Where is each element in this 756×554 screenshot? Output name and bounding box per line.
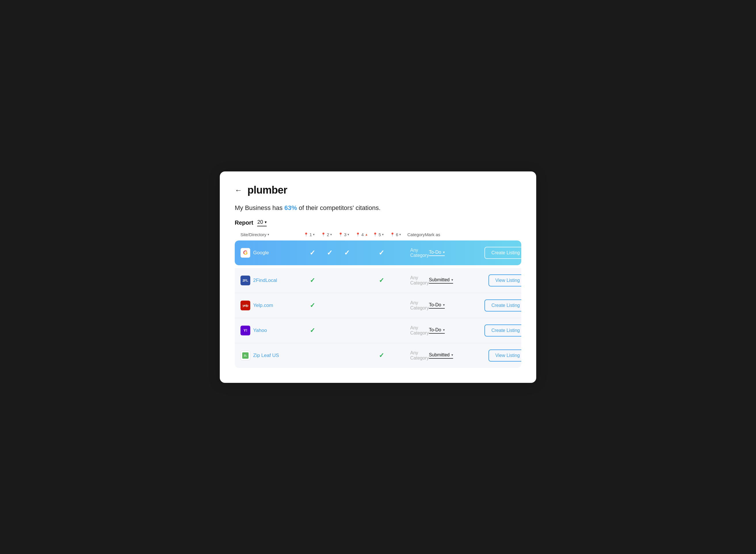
pin2-icon: 📍 bbox=[321, 232, 326, 237]
status-cell-zipleaf[interactable]: Submitted ▾ bbox=[429, 352, 475, 359]
col-pin2[interactable]: 📍2 ▾ bbox=[321, 232, 338, 237]
yahoo-logo-text: Y! bbox=[244, 328, 248, 333]
pin2-chevron-icon: ▾ bbox=[330, 233, 332, 236]
pin1-chevron-icon: ▾ bbox=[313, 233, 315, 236]
category-yelp: Any Category bbox=[407, 300, 429, 311]
pin1-label: 1 bbox=[310, 232, 312, 237]
report-label: Report bbox=[235, 219, 253, 226]
2findlocal-logo: 2FL bbox=[240, 276, 250, 285]
checkmark-icon: ✓ bbox=[310, 277, 315, 284]
site-name-yahoo[interactable]: Yahoo bbox=[253, 328, 267, 333]
site-name-yelp[interactable]: Yelp.com bbox=[253, 302, 273, 308]
check-yahoo-1: ✓ bbox=[304, 327, 321, 334]
view-listing-button-2findlocal[interactable]: View Listing bbox=[488, 274, 521, 286]
site-cell-yahoo: Y! Yahoo bbox=[240, 326, 304, 335]
status-value-yahoo: To-Do bbox=[429, 327, 441, 333]
status-cell-yahoo[interactable]: To-Do ▾ bbox=[429, 327, 475, 334]
status-cell-yelp[interactable]: To-Do ▾ bbox=[429, 302, 475, 309]
report-select[interactable]: 20 ▾ bbox=[257, 219, 267, 226]
table-body: G Google ✓ ✓ ✓ ✓ Any Category To-Do ▾ Cr… bbox=[235, 240, 521, 368]
zipleaf-logo: ZL bbox=[240, 351, 250, 361]
status-chevron-icon-yelp: ▾ bbox=[443, 303, 445, 307]
site-cell-zipleaf: ZL Zip Leaf US bbox=[240, 351, 304, 361]
pin2-label: 2 bbox=[327, 232, 329, 237]
category-yahoo: Any Category bbox=[407, 325, 429, 336]
col-site-directory[interactable]: Site/Directory ▾ bbox=[240, 232, 304, 237]
status-cell-2findlocal[interactable]: Submitted ▾ bbox=[429, 277, 475, 284]
col-category: Category bbox=[407, 232, 425, 237]
site-cell-2findlocal: 2FL 2FindLocal bbox=[240, 276, 304, 285]
report-chevron-icon: ▾ bbox=[265, 220, 267, 224]
status-select-google[interactable]: To-Do ▾ bbox=[429, 250, 445, 256]
column-headers: Site/Directory ▾ 📍1 ▾ 📍2 ▾ 📍3 ▾ 📍4 ▲ 📍5 … bbox=[235, 232, 521, 240]
status-chevron-icon-yahoo: ▾ bbox=[443, 328, 445, 332]
action-cell-yahoo: Create Listing bbox=[475, 325, 521, 337]
status-select-yelp[interactable]: To-Do ▾ bbox=[429, 302, 445, 309]
category-zipleaf: Any Category bbox=[407, 350, 429, 361]
category-2findlocal: Any Category bbox=[407, 275, 429, 286]
pin5-chevron-icon: ▾ bbox=[382, 233, 384, 236]
checkmark-icon: ✓ bbox=[344, 249, 350, 257]
site-cell-yelp: yelp Yelp.com bbox=[240, 300, 304, 310]
action-cell-yelp: Create Listing bbox=[475, 299, 521, 312]
check-google-5: ✓ bbox=[373, 249, 390, 257]
site-name-google[interactable]: Google bbox=[253, 250, 269, 256]
col-site-chevron-icon: ▾ bbox=[268, 233, 269, 236]
status-select-zipleaf[interactable]: Submitted ▾ bbox=[429, 352, 453, 359]
pin1-icon: 📍 bbox=[304, 232, 308, 237]
pin5-label: 5 bbox=[379, 232, 381, 237]
pin6-chevron-icon: ▾ bbox=[399, 233, 401, 236]
site-cell-google: G Google bbox=[240, 248, 304, 258]
check-google-1: ✓ bbox=[304, 249, 321, 257]
status-value-yelp: To-Do bbox=[429, 302, 441, 308]
col-pin6[interactable]: 📍6 ▾ bbox=[390, 232, 407, 237]
status-chevron-icon-google: ▾ bbox=[443, 250, 445, 254]
view-listing-button-zipleaf[interactable]: View Listing bbox=[488, 349, 521, 362]
header-row: ← plumber bbox=[235, 184, 521, 196]
subtitle-prefix: My Business has bbox=[235, 204, 284, 211]
status-cell-google[interactable]: To-Do ▾ bbox=[429, 250, 475, 256]
pin5-icon: 📍 bbox=[373, 232, 377, 237]
subtitle: My Business has 63% of their competitors… bbox=[235, 204, 521, 212]
col-pin5[interactable]: 📍5 ▾ bbox=[373, 232, 390, 237]
col-pin4[interactable]: 📍4 ▲ bbox=[356, 232, 373, 237]
status-select-yahoo[interactable]: To-Do ▾ bbox=[429, 327, 445, 334]
check-google-3: ✓ bbox=[338, 249, 356, 257]
col-site-label: Site/Directory bbox=[240, 232, 266, 237]
action-cell-google: Create Listing bbox=[475, 247, 521, 259]
category-google: Any Category bbox=[407, 248, 429, 258]
status-select-2findlocal[interactable]: Submitted ▾ bbox=[429, 277, 453, 284]
check-2fl-5: ✓ bbox=[373, 277, 390, 284]
table-row: yelp Yelp.com ✓ Any Category To-Do ▾ Cre… bbox=[235, 293, 521, 318]
pin6-label: 6 bbox=[396, 232, 398, 237]
table-row: Y! Yahoo ✓ Any Category To-Do ▾ Create L… bbox=[235, 318, 521, 343]
status-value-zipleaf: Submitted bbox=[429, 352, 450, 357]
create-listing-button-google[interactable]: Create Listing bbox=[484, 247, 521, 259]
site-name-2findlocal[interactable]: 2FindLocal bbox=[253, 278, 277, 283]
col-category-label: Category bbox=[407, 232, 425, 237]
table-row: G Google ✓ ✓ ✓ ✓ Any Category To-Do ▾ Cr… bbox=[235, 240, 521, 265]
create-listing-button-yelp[interactable]: Create Listing bbox=[484, 299, 521, 312]
status-chevron-icon-zipleaf: ▾ bbox=[451, 353, 453, 357]
site-name-zipleaf[interactable]: Zip Leaf US bbox=[253, 353, 279, 358]
zipleaf-logo-text: ZL bbox=[244, 354, 247, 357]
back-button[interactable]: ← bbox=[235, 186, 242, 194]
report-value: 20 bbox=[257, 219, 263, 225]
table-row: 2FL 2FindLocal ✓ ✓ Any Category Submitte… bbox=[235, 268, 521, 293]
main-card: ← plumber My Business has 63% of their c… bbox=[220, 171, 536, 383]
status-chevron-icon-2findlocal: ▾ bbox=[451, 278, 453, 282]
yelp-logo: yelp bbox=[240, 300, 250, 310]
checkmark-icon: ✓ bbox=[310, 249, 315, 257]
pin3-icon: 📍 bbox=[338, 232, 343, 237]
col-pin3[interactable]: 📍3 ▾ bbox=[338, 232, 356, 237]
page-title: plumber bbox=[248, 184, 287, 196]
col-mark-as-label: Mark as bbox=[425, 232, 440, 237]
checkmark-icon: ✓ bbox=[327, 249, 332, 257]
pin3-chevron-icon: ▾ bbox=[347, 233, 349, 236]
2findlocal-logo-text: 2FL bbox=[242, 279, 248, 282]
create-listing-button-yahoo[interactable]: Create Listing bbox=[484, 325, 521, 337]
zipleaf-logo-inner: ZL bbox=[242, 352, 249, 359]
col-pin1[interactable]: 📍1 ▾ bbox=[304, 232, 321, 237]
checkmark-icon: ✓ bbox=[310, 327, 315, 334]
checkmark-icon: ✓ bbox=[379, 249, 384, 257]
